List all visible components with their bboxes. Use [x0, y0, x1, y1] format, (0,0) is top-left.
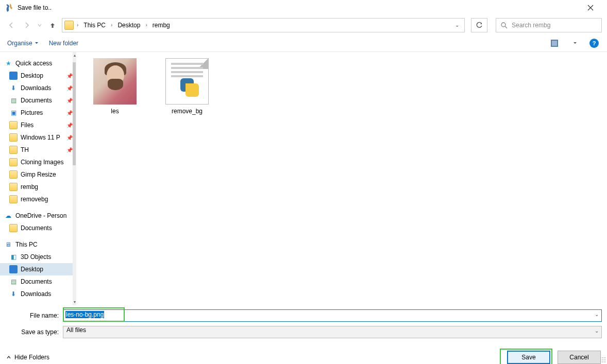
save-button[interactable]: Save — [507, 351, 550, 364]
downloads-icon: ⬇ — [9, 84, 18, 92]
tree-scrollbar[interactable]: ▴ ▾ — [73, 52, 76, 305]
filename-value: les-no-bg.png — [65, 311, 104, 318]
search-input[interactable]: Search rembg — [496, 18, 602, 32]
help-button[interactable]: ? — [588, 38, 600, 49]
chevron-down-icon[interactable]: ⌄ — [595, 328, 599, 334]
scroll-down-icon[interactable]: ▾ — [73, 300, 76, 304]
resize-grip[interactable] — [600, 357, 606, 363]
desktop-icon — [9, 265, 18, 273]
tree-label: Downloads — [21, 84, 51, 92]
forward-button[interactable] — [21, 19, 33, 31]
address-bar[interactable]: › This PC › Desktop › rembg ⌄ — [62, 18, 465, 32]
tree-item-windows11[interactable]: Windows 11 P📌 — [0, 131, 76, 144]
tree-item-desktop-pc[interactable]: Desktop — [0, 263, 76, 275]
search-placeholder: Search rembg — [512, 22, 550, 29]
save-label: Save — [521, 354, 535, 361]
close-button[interactable] — [579, 0, 602, 15]
tree-label: Files — [21, 122, 33, 129]
tree-label: OneDrive - Person — [15, 212, 66, 219]
chevron-right-icon: › — [76, 22, 79, 28]
breadcrumb-thispc[interactable]: This PC — [81, 21, 108, 30]
new-folder-button[interactable]: New folder — [49, 40, 78, 47]
back-button[interactable] — [5, 19, 18, 31]
new-folder-label: New folder — [49, 40, 78, 47]
tree-item-documents[interactable]: ▤Documents📌 — [0, 94, 76, 107]
app-icon — [5, 4, 13, 12]
saveas-label: Save as type: — [5, 328, 63, 336]
organise-menu[interactable]: Organise — [7, 40, 39, 47]
documents-icon: ▤ — [9, 96, 18, 105]
downloads-icon: ⬇ — [9, 290, 18, 298]
file-thumbnail — [93, 58, 137, 105]
organise-label: Organise — [7, 40, 32, 47]
svg-rect-2 — [552, 41, 557, 46]
address-dropdown-icon[interactable]: ⌄ — [452, 22, 462, 28]
tree-quick-access[interactable]: ★ Quick access — [0, 57, 76, 70]
chevron-right-icon: › — [144, 22, 148, 28]
hide-folders-toggle[interactable]: Hide Folders — [6, 354, 49, 361]
tree-item-3dobjects[interactable]: ◧3D Objects — [0, 251, 76, 263]
tree-onedrive[interactable]: ☁OneDrive - Person — [0, 210, 76, 222]
hide-folders-label: Hide Folders — [14, 354, 49, 361]
scroll-thumb[interactable] — [73, 62, 76, 165]
chevron-down-icon[interactable]: ⌄ — [595, 311, 599, 317]
tree-item-onedrive-docs[interactable]: Documents — [0, 222, 76, 234]
tree-thispc[interactable]: 🖥This PC — [0, 238, 76, 251]
main-area: ★ Quick access Desktop📌 ⬇Downloads📌 ▤Doc… — [0, 52, 607, 305]
tree-label: Documents — [21, 278, 52, 285]
refresh-button[interactable] — [471, 18, 487, 32]
tree-item-pictures[interactable]: ▣Pictures📌 — [0, 107, 76, 119]
tree-item-desktop[interactable]: Desktop📌 — [0, 70, 76, 82]
file-item-removebg[interactable]: remove_bg — [159, 58, 215, 115]
navigation-bar: › This PC › Desktop › rembg ⌄ Search rem… — [0, 15, 607, 34]
tree-item-documents-pc[interactable]: ▤Documents — [0, 275, 76, 288]
breadcrumb-desktop[interactable]: Desktop — [115, 21, 142, 30]
folder-icon — [9, 224, 18, 232]
file-list[interactable]: les remove_bg — [76, 52, 607, 305]
tree-label: 3D Objects — [21, 253, 51, 261]
folder-icon — [9, 183, 18, 191]
window-title: Save file to.. — [18, 4, 579, 11]
tree-item-removebg[interactable]: removebg — [0, 193, 76, 205]
folder-icon — [9, 170, 18, 179]
pictures-icon: ▣ — [9, 109, 18, 117]
folder-icon — [9, 121, 18, 129]
saveas-value: All files — [66, 326, 86, 334]
tree-label: Desktop — [21, 266, 43, 273]
tree-label: Cloning Images — [21, 159, 63, 166]
button-row: Hide Folders Save Cancel — [0, 341, 607, 364]
cancel-label: Cancel — [569, 354, 588, 361]
up-button[interactable] — [46, 19, 59, 31]
svg-point-0 — [501, 23, 505, 27]
tree-item-cloning[interactable]: Cloning Images — [0, 156, 76, 168]
folder-icon — [9, 195, 18, 203]
tree-item-gimp[interactable]: Gimp Resize — [0, 168, 76, 181]
onedrive-icon: ☁ — [4, 212, 12, 220]
file-name: les — [87, 108, 143, 115]
view-options-button[interactable] — [550, 38, 562, 49]
file-item-les[interactable]: les — [87, 58, 143, 115]
scroll-up-icon[interactable]: ▴ — [73, 53, 76, 58]
recent-dropdown-icon[interactable] — [36, 19, 43, 31]
view-dropdown-icon[interactable] — [572, 38, 578, 49]
tree-label: rembg — [21, 183, 38, 190]
tree-item-downloads[interactable]: ⬇Downloads📌 — [0, 82, 76, 94]
desktop-icon — [9, 72, 18, 80]
saveas-type-select[interactable]: All files — [63, 326, 602, 338]
tree-item-rembg[interactable]: rembg — [0, 181, 76, 193]
breadcrumb-rembg[interactable]: rembg — [150, 21, 172, 30]
tree-label: This PC — [15, 241, 38, 248]
search-icon — [500, 22, 508, 29]
tree-item-files[interactable]: Files📌 — [0, 119, 76, 131]
tree-label: Desktop — [21, 72, 43, 79]
3d-icon: ◧ — [9, 253, 18, 261]
file-thumbnail — [165, 58, 209, 105]
cancel-button[interactable]: Cancel — [558, 351, 601, 364]
thispc-icon: 🖥 — [4, 240, 12, 249]
help-icon: ? — [589, 39, 599, 48]
tree-item-downloads-pc[interactable]: ⬇Downloads — [0, 288, 76, 300]
filename-input[interactable]: les-no-bg.png — [63, 309, 602, 322]
tree-item-th[interactable]: TH📌 — [0, 144, 76, 156]
navigation-tree[interactable]: ★ Quick access Desktop📌 ⬇Downloads📌 ▤Doc… — [0, 52, 76, 305]
folder-icon — [9, 158, 18, 166]
